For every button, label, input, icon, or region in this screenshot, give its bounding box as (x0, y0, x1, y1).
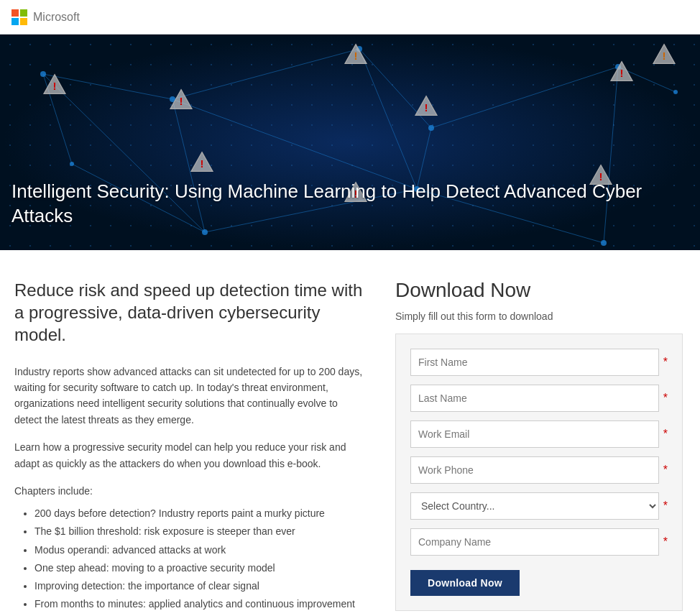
left-column: Reduce risk and speed up detection time … (14, 279, 367, 613)
warning-icon-2: ! (168, 88, 194, 110)
body-paragraph-2: Learn how a progressive security model c… (14, 439, 367, 472)
last-name-row: * (410, 385, 668, 412)
list-item: From months to minutes: applied analytic… (34, 595, 367, 613)
first-name-input[interactable] (410, 349, 659, 376)
svg-text:!: ! (53, 80, 57, 92)
last-name-input[interactable] (410, 385, 659, 412)
svg-point-20 (673, 90, 678, 94)
svg-point-23 (601, 240, 607, 246)
body-paragraph-1: Industry reports show advanced attacks c… (14, 364, 367, 428)
svg-point-18 (428, 125, 434, 131)
svg-text:!: ! (200, 157, 203, 170)
download-now-button[interactable]: Download Now (410, 570, 520, 596)
warning-icon-3: ! (343, 43, 369, 65)
country-select-wrap: Select Country... United States United K… (410, 492, 659, 520)
form-title: Download Now (395, 279, 683, 302)
svg-line-10 (359, 49, 417, 189)
warning-icon-6: ! (609, 60, 635, 82)
required-star-2: * (663, 392, 668, 404)
required-star-1: * (663, 357, 668, 368)
ms-logo-red (11, 9, 19, 17)
svg-line-6 (172, 99, 417, 189)
list-item: Improving detection: the importance of c… (34, 577, 367, 595)
form-box: * * * * Select Country... (395, 334, 683, 611)
right-column: Download Now Simply fill out this form t… (395, 279, 683, 613)
chapters-list: 200 days before detection? Industry repo… (14, 505, 367, 613)
list-item: Modus operandi: advanced attacks at work (34, 541, 367, 559)
svg-text:!: ! (424, 101, 428, 114)
required-star-3: * (663, 428, 668, 440)
chapters-label: Chapters include: (14, 483, 367, 499)
svg-line-3 (431, 67, 618, 128)
ms-logo-green (20, 9, 27, 17)
work-email-row: * (410, 420, 668, 448)
svg-text:!: ! (354, 50, 358, 62)
svg-point-24 (70, 162, 74, 166)
country-row: Select Country... United States United K… (410, 492, 668, 520)
first-name-row: * (410, 349, 668, 376)
country-select[interactable]: Select Country... United States United K… (410, 492, 659, 520)
work-email-input[interactable] (410, 420, 659, 448)
work-phone-row: * (410, 456, 668, 484)
svg-text:!: ! (620, 67, 624, 79)
required-star-6: * (663, 536, 668, 548)
microsoft-logo: Microsoft (11, 9, 80, 25)
warning-icon-5: ! (413, 95, 439, 116)
ms-logo-yellow (20, 18, 27, 25)
list-item: The $1 billion threshold: risk exposure … (34, 523, 367, 541)
required-star-5: * (663, 500, 668, 512)
hero-banner: ! ! ! ! ! ! ! (0, 35, 700, 250)
ms-logo-blue (11, 18, 19, 25)
work-phone-input[interactable] (410, 456, 659, 484)
warning-icon-1: ! (42, 73, 68, 95)
ms-logo-grid (11, 9, 27, 25)
form-subtitle: Simply fill out this form to download (395, 311, 683, 322)
company-name-row: * (410, 528, 668, 556)
svg-text:!: ! (662, 50, 666, 62)
svg-line-1 (172, 49, 359, 99)
company-name-input[interactable] (410, 528, 659, 556)
warning-icon-7: ! (189, 151, 215, 173)
warning-icon-4: ! (651, 43, 677, 65)
brand-name: Microsoft (33, 11, 80, 24)
list-item: One step ahead: moving to a proactive se… (34, 559, 367, 577)
list-item: 200 days before detection? Industry repo… (34, 505, 367, 523)
svg-text:!: ! (179, 95, 183, 107)
svg-point-21 (202, 229, 208, 235)
hero-title: Intelligent Security: Using Machine Lear… (11, 180, 689, 229)
left-heading: Reduce risk and speed up detection time … (14, 279, 367, 346)
main-content: Reduce risk and speed up detection time … (0, 250, 700, 616)
submit-row: Download Now (410, 564, 668, 596)
site-header: Microsoft (0, 0, 700, 35)
required-star-4: * (663, 464, 668, 476)
